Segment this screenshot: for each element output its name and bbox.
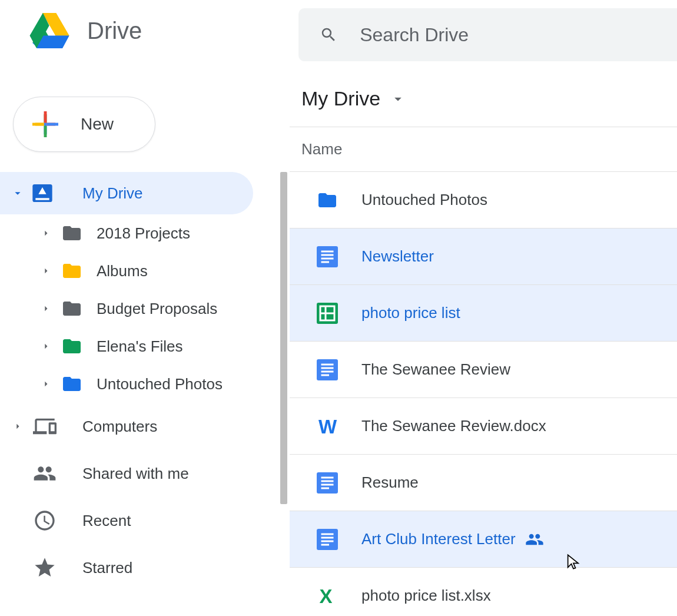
doc-icon — [317, 529, 338, 550]
tree-label: Albums — [97, 262, 148, 280]
logo-section[interactable]: Drive — [0, 13, 298, 48]
caret-right-icon[interactable] — [39, 340, 53, 352]
nav-shared[interactable]: Shared with me — [0, 450, 253, 497]
search-bar[interactable] — [298, 8, 677, 61]
word-icon — [317, 416, 338, 437]
caret-right-icon[interactable] — [39, 227, 53, 239]
breadcrumb-label: My Drive — [301, 87, 380, 110]
tree-folder[interactable]: 2018 Projects — [28, 214, 290, 252]
file-name: The Sewanee Review — [361, 360, 510, 379]
plus-icon — [32, 111, 58, 137]
clock-icon — [33, 509, 57, 532]
nav-starred[interactable]: Starred — [0, 544, 253, 591]
file-name: Resume — [361, 473, 419, 492]
file-row[interactable]: The Sewanee Review.docx — [290, 398, 677, 455]
nav-recent[interactable]: Recent — [0, 497, 253, 544]
nav-label: Shared with me — [82, 465, 189, 483]
drive-logo-icon — [29, 13, 69, 48]
caret-right-icon[interactable] — [39, 265, 53, 277]
tree-label: Budget Proposals — [97, 300, 217, 318]
file-name: Art Club Interest Letter — [361, 530, 516, 548]
tree-folder[interactable]: Albums — [28, 252, 290, 290]
sidebar: New My Drive 2018 Projects Albums Budget… — [0, 61, 290, 616]
caret-right-icon[interactable] — [11, 420, 25, 432]
nav-label: Starred — [82, 559, 132, 577]
nav-label: My Drive — [82, 184, 143, 203]
folder-icon — [60, 298, 84, 319]
folder-icon — [317, 190, 338, 211]
caret-right-icon[interactable] — [39, 303, 53, 314]
tree-folder[interactable]: Untouched Photos — [28, 365, 290, 403]
file-row[interactable]: Untouched Photos — [290, 172, 677, 228]
file-row[interactable]: Resume — [290, 455, 677, 511]
tree-folder[interactable]: Budget Proposals — [28, 290, 290, 327]
doc-icon — [317, 246, 338, 267]
new-button[interactable]: New — [13, 97, 155, 152]
caret-down-icon[interactable] — [11, 187, 25, 200]
file-name: photo price list.xlsx — [361, 587, 491, 605]
file-row[interactable]: The Sewanee Review — [290, 342, 677, 398]
nav-computers[interactable]: Computers — [0, 403, 253, 450]
tree-label: 2018 Projects — [97, 224, 190, 243]
tree-label: Untouched Photos — [97, 375, 223, 393]
my-drive-icon — [31, 181, 54, 205]
file-name: Untouched Photos — [361, 191, 487, 209]
folder-icon — [60, 373, 84, 395]
folder-icon — [60, 260, 84, 281]
scrollbar[interactable] — [280, 172, 287, 504]
doc-icon — [317, 472, 338, 494]
caret-down-icon — [390, 91, 406, 107]
tree-label: Elena's Files — [97, 337, 183, 356]
new-button-label: New — [81, 115, 114, 134]
search-icon — [320, 25, 337, 45]
file-name: The Sewanee Review.docx — [361, 417, 546, 435]
folder-icon — [60, 336, 84, 357]
file-row[interactable]: photo price list.xlsx — [290, 568, 677, 616]
star-icon — [33, 556, 57, 579]
caret-right-icon[interactable] — [39, 378, 53, 390]
tree-folder[interactable]: Elena's Files — [28, 327, 290, 365]
file-row[interactable]: Art Club Interest Letter — [290, 511, 677, 568]
file-name: photo price list — [361, 304, 460, 322]
doc-icon — [317, 359, 338, 380]
file-row[interactable]: photo price list — [290, 285, 677, 342]
nav-label: Recent — [82, 512, 131, 530]
breadcrumb[interactable]: My Drive — [290, 87, 677, 127]
app-title: Drive — [87, 18, 142, 44]
file-row[interactable]: Newsletter — [290, 228, 677, 285]
people-icon — [33, 462, 57, 485]
nav-my-drive[interactable]: My Drive — [0, 172, 253, 214]
nav-label: Computers — [82, 418, 157, 436]
folder-icon — [60, 223, 84, 244]
shared-icon — [525, 530, 544, 549]
file-name: Newsletter — [361, 247, 434, 266]
computers-icon — [33, 415, 57, 438]
excel-icon — [317, 585, 338, 607]
search-input[interactable] — [360, 24, 677, 46]
column-header-name[interactable]: Name — [290, 127, 677, 172]
file-list: Untouched Photos Newsletter photo price … — [290, 172, 677, 616]
content-area: My Drive Name Untouched Photos Newslette… — [290, 61, 677, 616]
sheet-icon — [317, 303, 338, 324]
